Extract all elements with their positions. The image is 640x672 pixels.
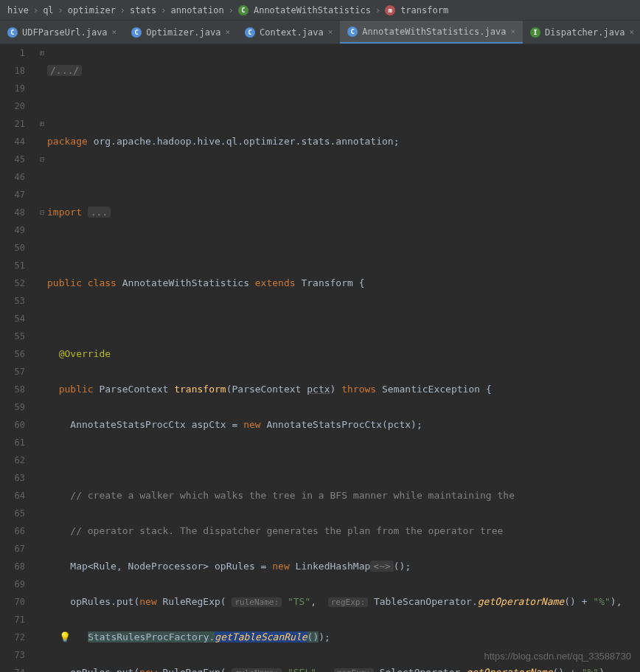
code-editor[interactable]: 1 18 19 20 21 44 45 46 47 48 49 50 51 52…: [0, 44, 640, 672]
bc-item[interactable]: hive: [7, 5, 29, 15]
method-icon: m: [385, 5, 395, 15]
tab-dispatcher[interactable]: I Dispatcher.java ×: [523, 21, 640, 44]
chevron-right-icon: ›: [229, 5, 234, 15]
close-icon[interactable]: ×: [328, 27, 333, 37]
folded-block[interactable]: /.../: [47, 65, 82, 76]
chevron-right-icon: ›: [375, 5, 380, 15]
class-icon: C: [131, 27, 142, 38]
tab-label: Optimizer.java: [146, 27, 220, 38]
breadcrumb[interactable]: hive › ql › optimizer › stats › annotati…: [0, 0, 640, 21]
code-area[interactable]: /.../ package org.apache.hadoop.hive.ql.…: [47, 44, 640, 672]
class-icon: C: [245, 27, 255, 38]
line-number-gutter: 1 18 19 20 21 44 45 46 47 48 49 50 51 52…: [0, 44, 37, 672]
tab-annotatewithstatistics[interactable]: C AnnotateWithStatistics.java ×: [340, 21, 523, 44]
class-icon: C: [347, 27, 358, 37]
class-icon: C: [7, 27, 18, 38]
close-icon[interactable]: ×: [629, 27, 634, 37]
bc-item[interactable]: optimizer: [68, 5, 116, 15]
class-icon: C: [238, 5, 248, 15]
intention-bulb-icon[interactable]: 💡: [59, 631, 71, 642]
tab-context[interactable]: C Context.java ×: [237, 21, 340, 44]
fold-toggle-icon[interactable]: ⊞: [37, 115, 47, 133]
tab-label: Context.java: [260, 27, 324, 38]
chevron-right-icon: ›: [33, 5, 38, 15]
bc-item[interactable]: AnnotateWithStatistics: [254, 5, 371, 15]
bc-item[interactable]: annotation: [170, 5, 223, 15]
bc-item[interactable]: transform: [400, 5, 448, 15]
close-icon[interactable]: ×: [510, 27, 515, 36]
bc-item[interactable]: stats: [130, 5, 156, 15]
fold-gutter: ⊞ ⊞ ⊟ ⊟: [37, 44, 47, 672]
close-icon[interactable]: ×: [225, 27, 230, 37]
tab-udfparseurl[interactable]: C UDFParseUrl.java ×: [0, 21, 124, 44]
tab-label: Dispatcher.java: [545, 27, 625, 38]
interface-icon: I: [530, 27, 540, 38]
fold-toggle-icon[interactable]: ⊟: [37, 150, 47, 168]
tab-label: AnnotateWithStatistics.java: [362, 27, 506, 37]
tab-label: UDFParseUrl.java: [22, 27, 108, 38]
chevron-right-icon: ›: [161, 5, 166, 15]
folded-imports[interactable]: ...: [88, 207, 111, 218]
tab-optimizer[interactable]: C Optimizer.java ×: [124, 21, 237, 44]
bc-item[interactable]: ql: [43, 5, 53, 15]
chevron-right-icon: ›: [120, 5, 125, 15]
fold-toggle-icon[interactable]: ⊟: [37, 204, 47, 221]
chevron-right-icon: ›: [58, 5, 63, 15]
watermark-text: https://blog.csdn.net/qq_33588730: [484, 651, 632, 662]
close-icon[interactable]: ×: [112, 27, 117, 37]
editor-tabs: C UDFParseUrl.java × C Optimizer.java × …: [0, 21, 640, 44]
fold-toggle-icon[interactable]: ⊞: [37, 44, 47, 62]
